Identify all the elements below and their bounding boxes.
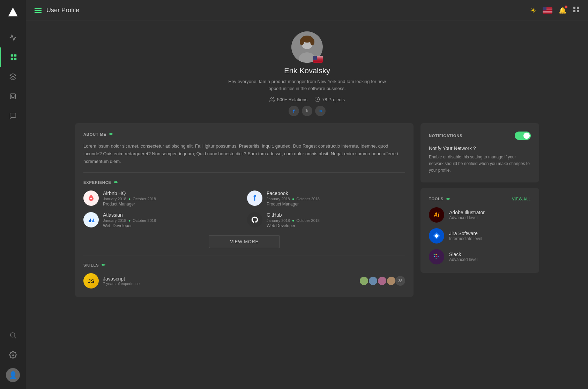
page-content: Erik Kovalsky Hey everyone, Iam a produc… — [26, 21, 588, 389]
tool-item-slack: Slack Advanced level — [429, 249, 531, 264]
exp-dates-airbnb: January 2018 ● October 2018 — [103, 197, 156, 201]
svg-rect-2 — [14, 54, 16, 57]
svg-rect-11 — [577, 7, 579, 9]
exp-dates-facebook: January 2018 ● October 2018 — [267, 197, 320, 201]
linkedin-link[interactable]: in — [315, 106, 326, 116]
header: User Profile ☀ 🔔 — [26, 0, 588, 21]
svg-rect-26 — [434, 254, 435, 255]
airbnb-logo — [83, 190, 99, 206]
sidebar-item-components[interactable] — [0, 87, 26, 106]
tool-name-slack: Slack — [449, 252, 477, 257]
sidebar-user-avatar[interactable]: 👤 — [6, 368, 20, 382]
avatar-container — [291, 31, 323, 63]
right-column: NOTIFICATIONS Notify Your Network ? Enab… — [420, 123, 539, 297]
tools-edit-icon[interactable]: ✏ — [446, 196, 451, 202]
view-more-button[interactable]: VIEW MORE — [209, 235, 280, 248]
svg-point-22 — [90, 198, 92, 200]
svg-point-7 — [10, 333, 15, 337]
sidebar-item-messages[interactable] — [0, 106, 26, 126]
language-selector[interactable] — [543, 7, 552, 14]
endorser-2 — [368, 276, 378, 286]
notifications-title: NOTIFICATIONS — [429, 134, 462, 138]
exp-item-facebook: f Facebook January 2018 ● October 2018 P… — [247, 190, 405, 207]
exp-role-airbnb: Product Manager — [103, 202, 156, 207]
about-text: Lorem ipsum dolor sit amet, consectetur … — [83, 142, 405, 165]
sidebar-item-activity[interactable] — [0, 28, 26, 47]
svg-rect-6 — [12, 95, 14, 97]
profile-stats: 500+ Relations 78 Projects — [269, 97, 345, 102]
sidebar-item-dashboard[interactable] — [0, 47, 26, 67]
exp-company-airbnb: Airbnb HQ — [103, 190, 156, 196]
notify-network-title: Notify Your Network ? — [429, 145, 531, 151]
relations-stat: 500+ Relations — [269, 97, 307, 102]
github-logo — [247, 212, 262, 227]
exp-company-facebook: Facebook — [267, 190, 320, 196]
tool-info-illustrator: Adobe Illustrator Advanced level — [449, 210, 485, 220]
exp-info-github: GitHub January 2018 ● October 2018 Web D… — [267, 212, 320, 228]
svg-rect-4 — [14, 58, 16, 60]
endorser-3 — [377, 276, 387, 286]
notifications-card: NOTIFICATIONS Notify Your Network ? Enab… — [420, 123, 539, 182]
skill-experience: 7 years of experience — [103, 282, 355, 286]
facebook-link[interactable]: f — [289, 106, 299, 116]
left-column: ABOUT ME ✏ Lorem ipsum dolor sit amet, c… — [75, 123, 414, 297]
illustrator-logo: Ai — [429, 207, 444, 223]
tool-level-illustrator: Advanced level — [449, 215, 485, 220]
svg-rect-25 — [434, 256, 435, 257]
svg-rect-13 — [577, 10, 579, 12]
exp-info-atlassian: Atlassian January 2018 ● October 2018 We… — [103, 212, 156, 228]
sidebar-item-search[interactable] — [0, 326, 26, 345]
exp-item-github: GitHub January 2018 ● October 2018 Web D… — [247, 212, 405, 228]
svg-point-19 — [310, 38, 314, 45]
exp-role-github: Web Developer — [267, 223, 320, 228]
skill-row-javascript: JS Javascript 7 years of experience 38 — [83, 273, 405, 289]
cards-area: ABOUT ME ✏ Lorem ipsum dolor sit amet, c… — [75, 123, 539, 297]
js-badge: JS — [83, 273, 99, 289]
experience-section-title: EXPERIENCE ✏ — [83, 180, 405, 185]
svg-marker-0 — [8, 7, 17, 16]
view-all-link[interactable]: VIEW ALL — [512, 197, 531, 201]
svg-rect-28 — [436, 256, 437, 257]
endorser-4 — [386, 276, 396, 286]
exp-role-facebook: Product Manager — [267, 202, 320, 207]
svg-rect-29 — [438, 256, 439, 257]
experience-edit-icon[interactable]: ✏ — [114, 180, 118, 185]
sidebar: 👤 — [0, 0, 26, 389]
atlassian-logo — [83, 212, 99, 227]
notification-bell-icon[interactable]: 🔔 — [559, 7, 566, 14]
about-card: ABOUT ME ✏ Lorem ipsum dolor sit amet, c… — [75, 123, 414, 297]
main-content: User Profile ☀ 🔔 — [26, 0, 588, 389]
exp-company-github: GitHub — [267, 212, 320, 218]
app-logo[interactable] — [4, 3, 22, 21]
tool-item-jira: Jira Software Intermediate level — [429, 228, 531, 244]
jira-logo — [429, 228, 444, 244]
apps-grid-icon[interactable] — [573, 6, 580, 15]
svg-rect-27 — [436, 254, 437, 255]
svg-rect-3 — [10, 58, 13, 60]
divider-2 — [83, 255, 405, 255]
twitter-link[interactable]: 𝕏 — [302, 106, 312, 116]
relations-count: 500+ Relations — [277, 97, 307, 102]
tools-title: TOOLS ✏ — [429, 196, 451, 202]
theme-toggle-icon[interactable]: ☀ — [530, 6, 536, 15]
svg-rect-5 — [10, 94, 16, 99]
exp-info-facebook: Facebook January 2018 ● October 2018 Pro… — [267, 190, 320, 207]
notifications-toggle[interactable] — [515, 132, 531, 140]
svg-point-18 — [300, 38, 304, 45]
about-edit-icon[interactable]: ✏ — [109, 132, 113, 137]
skills-edit-icon[interactable]: ✏ — [102, 262, 106, 268]
divider-1 — [83, 172, 405, 173]
header-actions: ☀ 🔔 — [530, 6, 580, 15]
svg-point-20 — [270, 97, 272, 99]
experience-grid: Airbnb HQ January 2018 ● October 2018 Pr… — [83, 190, 405, 228]
menu-toggle-icon[interactable] — [35, 8, 42, 13]
projects-stat: 78 Projects — [314, 97, 345, 102]
svg-rect-1 — [10, 54, 13, 57]
about-section-title: ABOUT ME ✏ — [83, 132, 405, 137]
sidebar-item-3d[interactable] — [0, 67, 26, 87]
sidebar-item-settings[interactable] — [0, 345, 26, 365]
profile-bio: Hey everyone, Iam a product manager from… — [227, 78, 387, 92]
tools-card: TOOLS ✏ VIEW ALL Ai Adobe Illustrator Ad… — [420, 188, 539, 273]
avatar-image: 👤 — [6, 368, 20, 382]
tools-header: TOOLS ✏ VIEW ALL — [429, 196, 531, 202]
